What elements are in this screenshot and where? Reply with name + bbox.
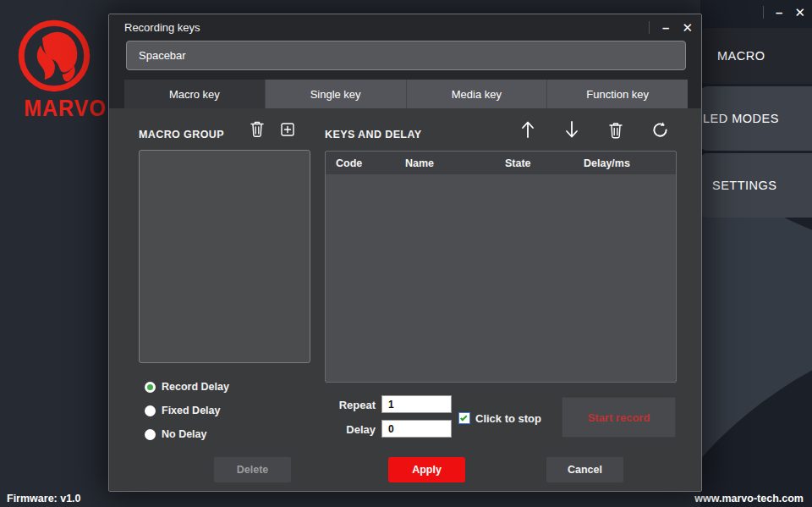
tab-single-key-label: Single key	[310, 88, 361, 101]
fixed-delay-label: Fixed Delay	[162, 405, 220, 416]
click-to-stop-checkbox[interactable]	[458, 412, 470, 424]
window-controls-divider	[763, 6, 764, 19]
cancel-button[interactable]: Cancel	[546, 457, 623, 482]
sidebar-item-settings[interactable]: SETTINGS	[700, 153, 812, 218]
dialog-top-section: Recording keys – ✕ Macro key Single key …	[109, 14, 701, 108]
arrow-down-icon	[564, 119, 579, 140]
app-window-controls: – ✕	[763, 2, 805, 22]
move-down-button[interactable]	[562, 118, 582, 141]
arrow-up-icon	[520, 119, 535, 140]
dialog-window-controls: – ✕	[649, 14, 693, 41]
sidebar-item-macro-label: MACRO	[717, 49, 765, 63]
dialog-close-button[interactable]: ✕	[682, 21, 693, 34]
website-label: www.marvo-tech.com	[694, 493, 804, 504]
macro-group-list[interactable]	[139, 150, 310, 363]
keys-table-header: Code Name State Delay/ms	[326, 152, 676, 174]
dialog-minimize-button[interactable]: –	[662, 21, 669, 34]
refresh-icon	[651, 121, 669, 139]
tab-media-key-label: Media key	[452, 88, 502, 101]
record-delay-radio-icon	[145, 382, 156, 393]
firmware-version: Firmware: v1.0	[7, 493, 81, 504]
app-minimize-button[interactable]: –	[776, 6, 782, 19]
tab-single-key[interactable]: Single key	[265, 80, 406, 108]
column-header-code: Code	[326, 157, 395, 169]
delay-input[interactable]	[381, 420, 452, 438]
tab-function-key[interactable]: Function key	[546, 80, 688, 108]
key-type-tabs: Macro key Single key Media key Function …	[124, 80, 688, 108]
column-header-delay: Delay/ms	[573, 157, 676, 169]
no-delay-radio-icon	[145, 429, 156, 440]
column-header-name: Name	[395, 157, 495, 169]
repeat-input[interactable]	[381, 395, 452, 413]
delete-button[interactable]: Delete	[214, 457, 291, 482]
fixed-delay-radio-icon	[145, 405, 156, 416]
radio-option-fixed-delay[interactable]: Fixed Delay	[145, 405, 220, 416]
dialog-controls-divider	[649, 21, 650, 34]
apply-button[interactable]: Apply	[388, 457, 465, 482]
sidebar-item-settings-label: SETTINGS	[712, 179, 777, 192]
click-to-stop-label: Click to stop	[475, 412, 541, 425]
dialog-body: MACRO GROUP Record Delay	[109, 108, 701, 491]
keys-toolbar	[518, 118, 670, 141]
radio-option-record-delay[interactable]: Record Delay	[145, 381, 229, 393]
macro-group-heading: MACRO GROUP	[139, 129, 224, 141]
delete-group-button[interactable]	[250, 120, 265, 137]
tab-macro-key-label: Macro key	[169, 88, 220, 101]
trash-icon	[250, 120, 265, 137]
trash-icon	[608, 121, 623, 139]
add-group-button[interactable]	[281, 123, 294, 136]
tab-function-key-label: Function key	[586, 88, 649, 101]
delete-key-button[interactable]	[606, 118, 626, 141]
keys-and-delay-heading: KEYS AND DELAY	[325, 129, 421, 141]
sidebar-item-led-modes-label: LED MODES	[703, 112, 779, 125]
no-delay-label: No Delay	[162, 428, 207, 440]
app-window: MACRO LED MODES SETTINGS – ✕ MARVO Firmw…	[0, 0, 812, 507]
dialog-title: Recording keys	[109, 21, 200, 34]
refresh-button[interactable]	[650, 118, 670, 141]
plus-square-icon	[281, 123, 294, 136]
record-delay-label: Record Delay	[162, 381, 229, 393]
dialog-titlebar: Recording keys – ✕	[109, 14, 701, 41]
radio-option-no-delay[interactable]: No Delay	[145, 428, 207, 440]
background-circle-bottom	[700, 322, 812, 507]
recording-keys-dialog: Recording keys – ✕ Macro key Single key …	[108, 14, 702, 492]
repeat-label: Repeat	[316, 399, 376, 411]
tab-media-key[interactable]: Media key	[406, 80, 547, 108]
keys-table: Code Name State Delay/ms	[325, 151, 677, 383]
delay-label: Delay	[316, 423, 376, 436]
brand-logo: MARVO	[17, 19, 113, 120]
sidebar-item-macro[interactable]: MACRO	[700, 28, 812, 84]
column-header-state: State	[495, 157, 573, 169]
app-close-button[interactable]: ✕	[794, 6, 805, 19]
sidebar-item-led-modes[interactable]: LED MODES	[700, 86, 812, 151]
marvo-eagle-icon	[17, 19, 91, 93]
move-up-button[interactable]	[518, 118, 538, 141]
tab-macro-key[interactable]: Macro key	[124, 80, 265, 108]
brand-wordmark: MARVO	[17, 95, 113, 121]
check-icon	[460, 414, 467, 421]
start-record-button[interactable]: Start record	[562, 397, 676, 438]
key-name-input[interactable]	[126, 41, 686, 70]
